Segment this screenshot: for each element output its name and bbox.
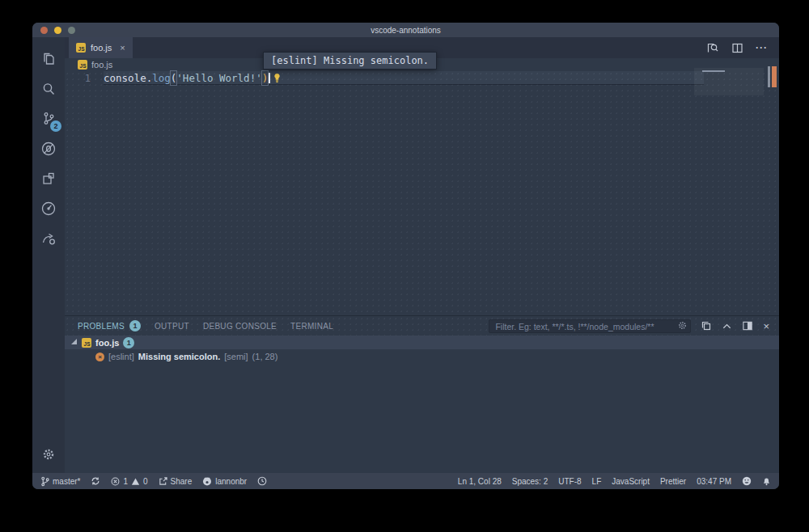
token-method: log	[152, 71, 171, 85]
lightbulb-icon[interactable]	[273, 73, 281, 83]
encoding[interactable]: UTF-8	[558, 477, 581, 486]
problem-source: [eslint]	[108, 352, 134, 361]
panel-tab-output[interactable]: OUTPUT	[155, 322, 189, 331]
account-status[interactable]: lannonbr	[202, 476, 247, 486]
scrollbar-slider[interactable]	[768, 66, 770, 87]
indentation[interactable]: Spaces: 2	[512, 477, 548, 486]
problem-message: Missing semicolon.	[138, 352, 220, 361]
status-bar: master* 1 0	[32, 473, 779, 489]
sync-button[interactable]	[91, 476, 100, 486]
warning-count-icon	[131, 477, 140, 486]
problems-count-badge: 1	[129, 320, 141, 331]
problems-filter	[489, 319, 691, 334]
error-icon: ×	[95, 353, 104, 361]
line-number: 1	[65, 73, 104, 84]
minimap-code-line	[702, 70, 725, 72]
problems-file-row[interactable]: JS foo.js 1	[65, 336, 779, 349]
gauge-icon	[40, 200, 57, 217]
problems-file-label: foo.js	[95, 338, 119, 348]
maximize-panel-icon[interactable]	[722, 321, 732, 331]
problems-status[interactable]: 1 0	[111, 477, 147, 486]
editor-actions: ···	[705, 37, 779, 58]
code-line-1[interactable]: 1 console.log('Hello World!')	[65, 71, 779, 85]
activity-item-source-control[interactable]: 2	[32, 103, 65, 133]
breadcrumb-file: foo.js	[91, 60, 112, 70]
text-cursor	[269, 73, 270, 83]
title-bar: vscode-annotations	[32, 23, 779, 37]
tab-label: foo.js	[91, 43, 112, 53]
close-window-button[interactable]	[40, 27, 48, 34]
code-editor[interactable]: 1 console.log('Hello World!')	[65, 71, 779, 315]
warning-count: 0	[143, 477, 148, 486]
notifications-button[interactable]	[762, 476, 771, 486]
panel-tab-debug-console[interactable]: DEBUG CONSOLE	[203, 322, 277, 331]
file-problems-badge: 1	[123, 337, 134, 348]
branch-name: master*	[53, 477, 80, 486]
activity-item-explorer[interactable]	[32, 44, 65, 74]
source-control-badge: 2	[50, 120, 61, 132]
git-branch-icon	[40, 476, 49, 487]
minimize-window-button[interactable]	[54, 27, 61, 34]
activity-item-live-share[interactable]	[32, 223, 65, 253]
js-file-icon: JS	[78, 60, 87, 70]
token-object: console	[104, 71, 146, 85]
activity-item-gauge[interactable]	[32, 193, 65, 223]
manage-button[interactable]	[32, 442, 65, 467]
problem-location: (1, 28)	[252, 352, 278, 361]
zoom-window-button[interactable]	[68, 27, 75, 34]
search-icon	[40, 80, 57, 98]
gear-icon	[41, 447, 56, 462]
activity-item-debug[interactable]	[32, 133, 65, 163]
bell-icon	[762, 476, 771, 486]
panel-actions: ×	[701, 320, 769, 331]
clock-time[interactable]: 03:47 PM	[697, 477, 731, 486]
twistie-expanded-icon[interactable]	[71, 339, 77, 344]
explorer-icon	[40, 50, 57, 68]
formatter[interactable]: Prettier	[660, 477, 686, 486]
activity-item-search[interactable]	[32, 74, 65, 103]
panel-tab-terminal[interactable]: TERMINAL	[290, 322, 333, 331]
problem-row[interactable]: × [eslint] Missing semicolon. [semi] (1,…	[65, 349, 779, 364]
open-preview-icon[interactable]	[705, 41, 719, 55]
activity-item-extensions[interactable]	[32, 163, 65, 193]
editor-area: JS foo.js × ···	[65, 37, 779, 473]
move-panel-icon[interactable]	[742, 320, 753, 331]
extensions-icon	[40, 170, 57, 188]
collapse-all-icon[interactable]	[701, 320, 712, 331]
status-right: Ln 1, Col 28 Spaces: 2 UTF-8 LF JavaScri…	[458, 476, 771, 486]
language-mode[interactable]: JavaScript	[612, 477, 650, 486]
feedback-button[interactable]	[742, 476, 752, 486]
time-tracker-button[interactable]	[257, 476, 267, 486]
panel-tab-problems[interactable]: PROBLEMS 1	[78, 320, 141, 331]
split-editor-icon[interactable]	[731, 42, 743, 54]
status-left: master* 1 0	[40, 476, 267, 487]
close-panel-icon[interactable]: ×	[763, 321, 769, 331]
branch-status[interactable]: master*	[40, 476, 80, 487]
vscode-window: vscode-annotations	[32, 23, 779, 489]
github-icon	[202, 476, 212, 486]
tab-foo-js[interactable]: JS foo.js ×	[69, 37, 133, 58]
more-actions-icon[interactable]: ···	[756, 42, 768, 53]
token-string: 'Hello World!'	[176, 71, 261, 85]
minimap-slider[interactable]	[694, 68, 764, 95]
bottom-panel: PROBLEMS 1 OUTPUT DEBUG CONSOLE TERMINAL	[65, 315, 779, 473]
smiley-icon	[742, 476, 752, 486]
share-button[interactable]: Share	[159, 477, 193, 486]
js-file-icon: JS	[82, 338, 91, 348]
debug-icon	[40, 140, 57, 158]
panel-tab-label: DEBUG CONSOLE	[203, 322, 277, 331]
cursor-position[interactable]: Ln 1, Col 28	[458, 477, 502, 486]
desktop: vscode-annotations	[0, 0, 809, 532]
js-file-icon: JS	[76, 43, 86, 53]
filter-options-icon[interactable]	[677, 320, 688, 331]
share-icon	[159, 477, 167, 486]
overview-ruler-error-marker	[772, 66, 777, 87]
eol-sequence[interactable]: LF	[592, 477, 602, 486]
filter-input[interactable]	[489, 319, 691, 333]
window-title: vscode-annotations	[32, 26, 779, 35]
tab-close-icon[interactable]: ×	[116, 43, 125, 53]
token-close-paren: )	[261, 70, 269, 86]
panel-header: PROBLEMS 1 OUTPUT DEBUG CONSOLE TERMINAL	[65, 316, 779, 336]
sync-icon	[91, 476, 100, 486]
clock-icon	[257, 476, 267, 486]
